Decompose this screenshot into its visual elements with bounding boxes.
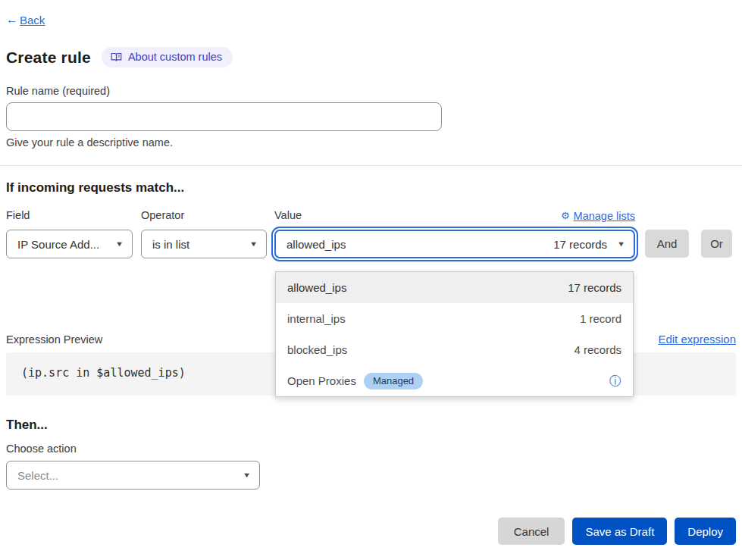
- operator-label: Operator: [141, 209, 267, 224]
- title-row: Create rule About custom rules: [6, 47, 736, 67]
- expression-preview-label: Expression Preview: [6, 333, 102, 346]
- cancel-button[interactable]: Cancel: [498, 518, 565, 545]
- list-item-allowed-ips[interactable]: allowed_ips 17 records: [276, 272, 633, 303]
- about-custom-rules-link[interactable]: About custom rules: [102, 47, 233, 67]
- list-item-count: 1 record: [580, 312, 621, 325]
- field-select[interactable]: IP Source Add... ▼: [6, 230, 133, 258]
- page-title: Create rule: [6, 48, 91, 67]
- rule-name-input[interactable]: [6, 102, 442, 131]
- field-label: Field: [6, 209, 133, 224]
- section-divider: [0, 165, 742, 166]
- list-item-name: allowed_ips: [287, 281, 346, 294]
- value-combobox-right: 17 records ▼: [553, 238, 625, 251]
- value-header: Value ⚙ Manage lists: [271, 209, 638, 224]
- match-section-heading: If incoming requests match...: [6, 180, 736, 196]
- value-combobox[interactable]: allowed_ips 17 records ▼: [274, 230, 635, 258]
- create-rule-page: ← Back Create rule About custom rules Ru…: [0, 0, 742, 560]
- and-or-buttons: And Or: [645, 230, 732, 258]
- footer-actions: Cancel Save as Draft Deploy: [498, 518, 736, 545]
- list-item-count: 4 records: [574, 343, 621, 356]
- list-item-blocked-ips[interactable]: blocked_ips 4 records: [276, 334, 633, 365]
- condition-row: Field IP Source Add... ▼ Operator is in …: [6, 209, 742, 258]
- list-item-internal-ips[interactable]: internal_ips 1 record: [276, 303, 633, 334]
- field-column: Field IP Source Add... ▼: [6, 209, 133, 258]
- list-item-name: Open Proxies: [287, 374, 356, 387]
- list-item-name: blocked_ips: [287, 343, 347, 356]
- value-selected-count: 17 records: [553, 238, 607, 251]
- list-item-open-proxies[interactable]: Open Proxies Managed ⓘ: [276, 365, 633, 396]
- chevron-down-icon: ▼: [249, 241, 258, 248]
- about-custom-rules-label: About custom rules: [128, 51, 222, 63]
- save-as-draft-button[interactable]: Save as Draft: [572, 518, 667, 545]
- value-label: Value: [274, 209, 302, 224]
- operator-column: Operator is in list ▼: [141, 209, 267, 258]
- list-item-count: 17 records: [568, 281, 621, 294]
- chevron-down-icon: ▼: [115, 241, 124, 248]
- value-column: Value ⚙ Manage lists allowed_ips 17 reco…: [271, 209, 638, 258]
- operator-select[interactable]: is in list ▼: [141, 230, 267, 258]
- back-row: ← Back: [0, 0, 742, 27]
- value-selected-name: allowed_ips: [286, 238, 346, 251]
- expression-code: (ip.src in $allowed_ips): [21, 366, 186, 380]
- action-select-placeholder: Select...: [17, 469, 58, 482]
- then-section-heading: Then...: [6, 418, 736, 433]
- rule-name-helper: Give your rule a descriptive name.: [6, 136, 736, 149]
- back-arrow-icon: ←: [6, 13, 18, 27]
- field-select-value: IP Source Add...: [17, 238, 99, 251]
- chevron-down-icon: ▼: [617, 241, 625, 248]
- chevron-down-icon: ▼: [243, 472, 251, 479]
- deploy-button[interactable]: Deploy: [675, 518, 736, 545]
- edit-expression-link[interactable]: Edit expression: [658, 333, 736, 346]
- and-button[interactable]: And: [645, 230, 689, 258]
- choose-action-label: Choose action: [6, 443, 736, 455]
- value-dropdown-menu: allowed_ips 17 records internal_ips 1 re…: [275, 271, 634, 397]
- gear-icon: ⚙: [561, 210, 570, 221]
- operator-select-value: is in list: [152, 238, 189, 251]
- back-link[interactable]: ← Back: [6, 13, 45, 27]
- book-icon: [111, 52, 122, 62]
- action-select[interactable]: Select... ▼: [6, 461, 260, 490]
- or-button[interactable]: Or: [701, 230, 732, 258]
- manage-lists-label: Manage lists: [574, 210, 635, 222]
- managed-badge: Managed: [364, 373, 423, 389]
- back-link-label: Back: [20, 14, 45, 27]
- rule-name-label: Rule name (required): [6, 85, 736, 97]
- manage-lists-link[interactable]: ⚙ Manage lists: [561, 210, 635, 222]
- list-item-name: internal_ips: [287, 312, 346, 325]
- info-icon[interactable]: ⓘ: [609, 375, 621, 387]
